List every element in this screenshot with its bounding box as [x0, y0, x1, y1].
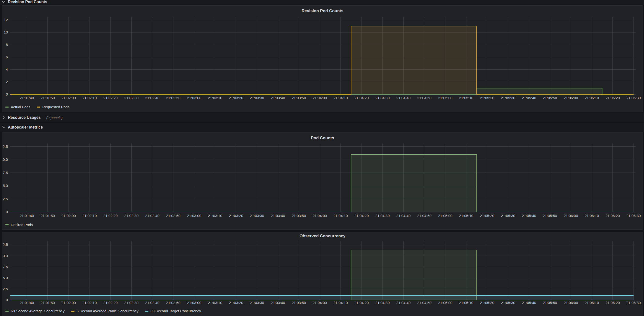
svg-text:4: 4: [6, 67, 8, 72]
legend-color-marker: [71, 311, 74, 312]
svg-text:12.5: 12.5: [2, 144, 8, 149]
grid-lines: [10, 17, 636, 94]
observed-concurrency-chart[interactable]: 02.55.07.510.012.521:01:4021:01:5021:02:…: [2, 232, 643, 316]
legend-color-marker: [5, 224, 9, 225]
svg-text:21:04:00: 21:04:00: [312, 301, 327, 305]
legend-item-actual-pods[interactable]: Actual Pods: [5, 105, 30, 109]
svg-text:21:04:30: 21:04:30: [376, 301, 390, 305]
svg-text:21:05:40: 21:05:40: [522, 96, 536, 100]
svg-text:0: 0: [6, 210, 8, 214]
svg-text:21:04:20: 21:04:20: [354, 301, 368, 305]
legend: Actual PodsRequested Pods: [5, 105, 70, 109]
svg-text:21:06:20: 21:06:20: [606, 301, 620, 305]
svg-text:21:05:00: 21:05:00: [438, 96, 452, 100]
legend-item-60-second-target-concurrency[interactable]: 60 Second Target Concurrency: [145, 309, 201, 313]
legend-label: Desired Pods: [11, 223, 33, 227]
svg-text:7.5: 7.5: [3, 265, 8, 269]
svg-text:21:02:30: 21:02:30: [124, 96, 138, 100]
svg-text:2.5: 2.5: [3, 287, 8, 291]
svg-text:21:01:50: 21:01:50: [40, 301, 55, 305]
svg-text:10: 10: [4, 30, 8, 34]
svg-text:21:05:10: 21:05:10: [459, 301, 473, 305]
svg-text:21:05:00: 21:05:00: [438, 301, 452, 305]
row-header-revision-pod-counts[interactable]: Revision Pod Counts: [0, 0, 644, 5]
svg-text:21:04:10: 21:04:10: [334, 301, 348, 305]
svg-text:21:03:10: 21:03:10: [208, 96, 222, 100]
legend-item-desired-pods[interactable]: Desired Pods: [5, 223, 33, 227]
legend-item-requested-pods[interactable]: Requested Pods: [37, 105, 70, 109]
x-axis-labels: 21:01:4021:01:5021:02:0021:02:1021:02:20…: [20, 301, 640, 305]
legend-color-marker: [37, 107, 40, 107]
svg-text:21:03:50: 21:03:50: [292, 96, 306, 100]
svg-text:21:05:20: 21:05:20: [480, 214, 494, 218]
svg-text:21:03:40: 21:03:40: [271, 214, 285, 218]
svg-text:21:02:50: 21:02:50: [166, 96, 180, 100]
panel-revision-pod-counts: Revision Pod Counts 02468101221:01:4021:…: [2, 5, 643, 112]
svg-text:12.5: 12.5: [2, 243, 8, 247]
svg-text:21:06:10: 21:06:10: [584, 301, 599, 305]
svg-text:21:05:10: 21:05:10: [459, 214, 473, 218]
svg-text:21:06:00: 21:06:00: [564, 96, 578, 100]
svg-text:21:04:40: 21:04:40: [396, 214, 410, 218]
svg-text:21:02:10: 21:02:10: [82, 96, 96, 100]
svg-text:21:02:30: 21:02:30: [124, 301, 138, 305]
chevron-down-icon: [2, 125, 6, 129]
svg-text:21:03:10: 21:03:10: [208, 301, 222, 305]
legend-item-6-second-average-panic-concurrency[interactable]: 6 Second Average Panic Concurrency: [71, 309, 138, 313]
svg-text:21:04:10: 21:04:10: [334, 214, 348, 218]
revision-pod-counts-chart[interactable]: 02468101221:01:4021:01:5021:02:0021:02:1…: [2, 6, 643, 112]
svg-text:21:04:30: 21:04:30: [376, 96, 390, 100]
svg-text:5.0: 5.0: [3, 276, 8, 280]
svg-text:2: 2: [6, 80, 8, 84]
svg-text:21:04:50: 21:04:50: [417, 96, 432, 100]
svg-text:21:04:20: 21:04:20: [354, 96, 368, 100]
svg-text:21:04:00: 21:04:00: [312, 96, 327, 100]
panel-title-text: Observed Concurrency: [300, 234, 345, 238]
svg-text:21:05:30: 21:05:30: [501, 301, 515, 305]
row-header-resource-usages[interactable]: Resource Usages (2 panels): [0, 113, 644, 122]
legend-label: 60 Second Average Concurrency: [11, 309, 64, 313]
legend-color-marker: [5, 311, 9, 312]
svg-text:0: 0: [6, 92, 8, 96]
svg-text:21:05:20: 21:05:20: [480, 96, 494, 100]
svg-text:12: 12: [4, 18, 8, 22]
legend-label: Requested Pods: [42, 105, 70, 109]
svg-text:8: 8: [6, 42, 8, 47]
svg-text:21:04:40: 21:04:40: [396, 301, 410, 305]
legend-item-60-second-average-concurrency[interactable]: 60 Second Average Concurrency: [5, 309, 64, 313]
svg-text:21:02:40: 21:02:40: [145, 96, 160, 100]
series-line: [10, 250, 634, 300]
svg-text:10.0: 10.0: [2, 254, 8, 258]
svg-text:21:02:10: 21:02:10: [82, 214, 96, 218]
series-area: [10, 88, 634, 94]
svg-text:21:02:50: 21:02:50: [166, 301, 180, 305]
panel-title-text: Pod Counts: [311, 136, 334, 140]
svg-text:21:04:30: 21:04:30: [376, 214, 390, 218]
row-header-autoscaler-metrics[interactable]: Autoscaler Metrics: [0, 123, 644, 132]
panel-title[interactable]: Pod Counts: [2, 136, 643, 141]
legend: 60 Second Average Concurrency6 Second Av…: [5, 309, 201, 313]
svg-text:21:02:20: 21:02:20: [103, 301, 118, 305]
legend-color-marker: [5, 107, 9, 107]
series-line: [10, 154, 634, 212]
x-axis-labels: 21:01:4021:01:5021:02:0021:02:1021:02:20…: [20, 214, 640, 218]
grid-lines: [10, 143, 636, 212]
panel-title[interactable]: Revision Pod Counts: [2, 8, 643, 13]
svg-text:21:04:10: 21:04:10: [334, 96, 348, 100]
svg-text:21:02:00: 21:02:00: [62, 301, 76, 305]
svg-text:21:04:40: 21:04:40: [396, 96, 410, 100]
y-axis-labels: 02.55.07.510.012.5: [2, 144, 8, 214]
svg-text:21:03:30: 21:03:30: [250, 214, 264, 218]
y-axis-labels: 02.55.07.510.012.5: [2, 243, 8, 302]
svg-text:21:03:30: 21:03:30: [250, 96, 264, 100]
svg-text:21:03:00: 21:03:00: [187, 301, 201, 305]
svg-text:21:04:50: 21:04:50: [417, 214, 432, 218]
pod-counts-chart[interactable]: 02.55.07.510.012.521:01:4021:01:5021:02:…: [2, 133, 643, 230]
svg-text:21:05:20: 21:05:20: [480, 301, 494, 305]
svg-text:0: 0: [6, 298, 8, 302]
svg-text:21:01:50: 21:01:50: [40, 96, 55, 100]
svg-text:21:03:20: 21:03:20: [229, 214, 243, 218]
panel-title[interactable]: Observed Concurrency: [2, 234, 643, 239]
chevron-right-icon: [2, 116, 6, 119]
chevron-down-icon: [2, 0, 6, 4]
